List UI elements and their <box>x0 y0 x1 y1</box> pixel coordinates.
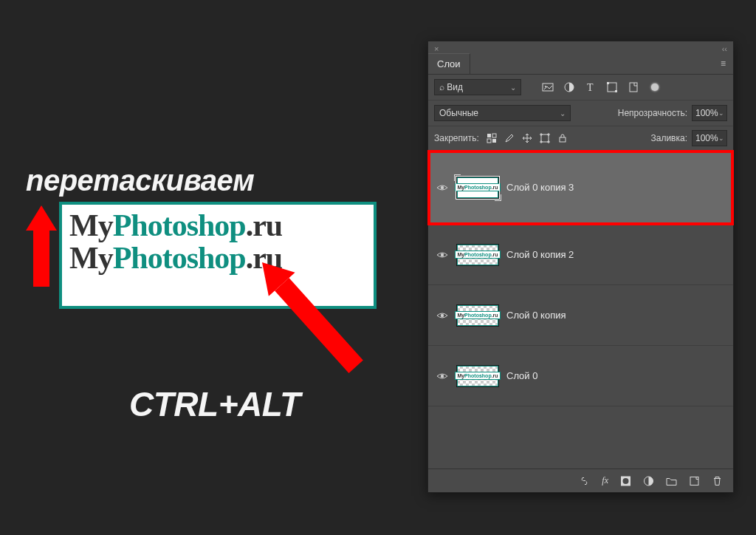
fill-input[interactable]: 100% ⌄ <box>692 130 727 146</box>
layer-row[interactable]: MyPhotoshop.ruСлой 0 <box>428 346 733 406</box>
filter-label: Вид <box>447 82 463 92</box>
opacity-input[interactable]: 100% ⌄ <box>692 105 727 121</box>
svg-point-14 <box>441 185 444 188</box>
svg-rect-9 <box>492 139 496 143</box>
lock-move-icon[interactable] <box>522 133 532 143</box>
lock-brush-icon[interactable] <box>504 133 515 143</box>
chevron-down-icon: ⌄ <box>510 84 516 92</box>
svg-rect-5 <box>607 82 609 84</box>
svg-rect-6 <box>615 90 617 92</box>
logo-line-1: MyPhotoshop.ru <box>69 209 366 242</box>
link-layers-icon[interactable] <box>579 475 590 486</box>
filter-pixel-icon[interactable] <box>542 81 554 93</box>
logo-mid: Photoshop <box>113 208 246 242</box>
layer-row[interactable]: MyPhotoshop.ruСлой 0 копия 2 <box>428 225 733 285</box>
lock-label: Закрепить: <box>434 133 479 143</box>
visibility-toggle-icon[interactable] <box>436 183 449 192</box>
logo-mid: Photoshop <box>113 241 246 275</box>
logo-prefix: My <box>69 241 113 275</box>
blend-mode-label: Обычные <box>439 108 478 118</box>
lock-artboard-icon[interactable] <box>540 133 550 143</box>
layer-name[interactable]: Слой 0 копия <box>506 310 566 321</box>
visibility-toggle-icon[interactable] <box>436 251 449 259</box>
layer-thumbnail[interactable]: MyPhotoshop.ru <box>456 365 499 387</box>
lock-transparency-icon[interactable] <box>487 133 497 143</box>
svg-point-16 <box>441 313 444 316</box>
visibility-toggle-icon[interactable] <box>436 311 449 320</box>
chevron-down-icon: ⌄ <box>718 109 724 117</box>
layers-list: MyPhotoshop.ruСлой 0 копия 3MyPhotoshop.… <box>428 151 733 468</box>
layer-thumbnail[interactable]: MyPhotoshop.ru <box>456 177 499 199</box>
fill-label: Заливка: <box>650 133 687 143</box>
svg-rect-7 <box>630 83 637 92</box>
filter-smart-icon[interactable] <box>628 81 639 93</box>
opacity-label: Непрозрачность: <box>618 108 687 118</box>
svg-rect-8 <box>487 134 491 137</box>
layer-name[interactable]: Слой 0 <box>506 370 537 381</box>
tab-layers[interactable]: Слои <box>428 53 470 74</box>
arrow-up-icon <box>26 205 57 287</box>
layer-row[interactable]: MyPhotoshop.ruСлой 0 копия 3 <box>428 151 733 225</box>
layer-thumbnail[interactable]: MyPhotoshop.ru <box>456 244 499 266</box>
filter-type-icon[interactable]: T <box>585 81 597 93</box>
svg-rect-13 <box>560 137 566 142</box>
filter-adjust-icon[interactable] <box>563 81 575 93</box>
svg-rect-21 <box>690 477 698 485</box>
new-adjustment-icon[interactable] <box>643 475 654 486</box>
svg-rect-11 <box>487 139 491 143</box>
layer-name[interactable]: Слой 0 копия 2 <box>506 249 574 260</box>
svg-rect-10 <box>492 134 496 137</box>
filter-type-icons: T <box>542 81 639 93</box>
svg-point-17 <box>441 374 444 377</box>
svg-text:T: T <box>587 82 594 93</box>
layer-name[interactable]: Слой 0 копия 3 <box>506 182 574 193</box>
chevron-down-icon: ⌄ <box>560 109 566 117</box>
layer-thumbnail[interactable]: MyPhotoshop.ru <box>456 304 499 327</box>
layers-panel: × ‹‹ Слои ≡ ⌕ Вид ⌄ T Обычные ⌄ Непрозра… <box>427 41 734 493</box>
annotation-shortcut: CTRL+ALT <box>129 384 300 424</box>
close-icon[interactable]: × <box>434 44 439 53</box>
svg-point-15 <box>441 253 444 256</box>
filter-shape-icon[interactable] <box>606 81 618 93</box>
add-mask-icon[interactable] <box>620 475 631 486</box>
logo-prefix: My <box>69 208 113 242</box>
search-icon: ⌕ <box>439 82 444 92</box>
blend-mode-dropdown[interactable]: Обычные ⌄ <box>434 105 571 121</box>
visibility-toggle-icon[interactable] <box>436 372 449 381</box>
filter-toggle-icon[interactable] <box>651 84 659 91</box>
layer-fx-icon[interactable]: fx <box>602 475 608 486</box>
opacity-value: 100% <box>695 108 718 118</box>
new-group-icon[interactable] <box>666 475 677 486</box>
svg-point-19 <box>623 478 629 484</box>
panel-menu-icon[interactable]: ≡ <box>713 55 733 72</box>
lock-all-icon[interactable] <box>557 133 568 143</box>
fill-value: 100% <box>695 133 718 143</box>
new-layer-icon[interactable] <box>689 475 700 486</box>
layer-filter-dropdown[interactable]: ⌕ Вид ⌄ <box>434 79 521 95</box>
svg-rect-12 <box>541 134 549 142</box>
annotation-title: перетаскиваем <box>26 164 380 197</box>
delete-layer-icon[interactable] <box>712 475 723 486</box>
layers-footer: fx <box>428 468 733 492</box>
logo-suffix: .ru <box>246 208 283 242</box>
layer-row[interactable]: MyPhotoshop.ruСлой 0 копия <box>428 285 733 346</box>
collapse-icon[interactable]: ‹‹ <box>722 44 727 53</box>
chevron-down-icon: ⌄ <box>718 134 724 142</box>
